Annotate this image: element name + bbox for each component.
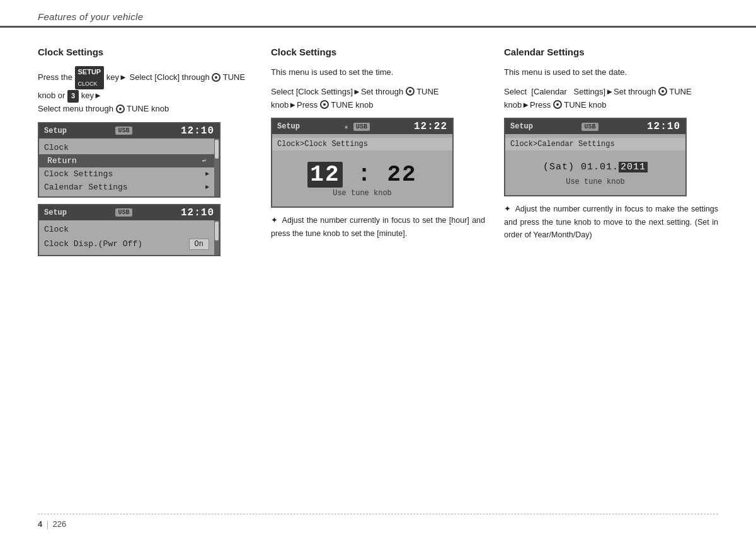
date-year: 2011 [619,162,648,172]
footer-section: 4 [38,519,42,529]
big-time-sep: : [357,162,372,188]
col2-note: ✦ Adjust the number currently in focus t… [271,214,485,240]
screen-1a-body: Clock Return ↩ Clock Settings ► Calendar… [39,138,219,196]
screen-2-body: Clock>Clock Settings 12 : 22 Use tune kn… [272,134,452,206]
footer-section-page: 4 226 [38,519,66,529]
big-time-min: 22 [387,162,416,188]
tune-knob-icon-5 [658,87,667,96]
screen-3: Setup USB 12:10 Clock>Calendar Settings … [504,118,687,196]
col1-para: Press the SETUPCLOCK key► Select [Clock]… [38,66,252,116]
screen-3-title: Setup [510,122,533,131]
screen-1b-header: Setup USB 12:10 [39,205,219,220]
screen-row-clock: Clock [44,141,209,154]
screen-2-title: Setup [277,122,300,131]
tune-knob-icon-4 [320,100,329,109]
screen-2-header: Setup ★ USB 12:22 [272,119,452,134]
col2-title: Clock Settings [271,47,485,57]
tune-knob-icon-6 [553,100,562,109]
screen-2-time-display: 12 : 22 [277,155,447,189]
arrow-icon-2: ► [205,184,209,191]
col3-intro: This menu is used to set the date. [504,66,718,79]
screen-1b-usb: USB [115,208,132,217]
screen-3-header: Setup USB 12:10 [505,119,685,134]
screen-1b-row-disp: Clock Disp.(Pwr Off) On [44,236,209,252]
col1-title: Clock Settings [38,47,252,57]
col2-intro: This menu is used to set the time. [271,66,485,79]
back-arrow-icon: ↩ [202,157,206,164]
column-3: Calendar Settings This menu is used to s… [504,47,718,263]
main-content: Clock Settings Press the SETUPCLOCK key►… [0,47,756,263]
col3-title: Calendar Settings [504,47,718,57]
col2-instruction: Select [Clock Settings]►Set through TUNE… [271,86,485,112]
col3-note: ✦ Adjust the number currently in focus t… [504,203,718,241]
screen-2-icon: ★ [344,122,348,132]
screen-1b-scrollbar [214,220,219,255]
date-text: (Sat) 01.01. [543,162,619,172]
screen-2-usb: USB [353,123,370,131]
screen-2: Setup ★ USB 12:22 Clock>Clock Settings 1… [271,118,454,208]
screen-row-calendar-settings: Calendar Settings ► [44,181,209,194]
screen-1b-rows: Clock Clock Disp.(Pwr Off) On [39,220,214,255]
screen-1a-content: Clock Return ↩ Clock Settings ► Calendar… [39,138,214,196]
tune-knob-icon-3 [406,87,415,96]
page-title: Features of your vehicle [38,11,143,22]
screen-1a-title: Setup [44,127,67,135]
scroll-thumb-1a [215,140,219,159]
screen-3-body: Clock>Calendar Settings (Sat) 01.01.2011… [505,134,685,195]
col3-instruction: Select [Calendar Settings]►Set through T… [504,86,718,112]
screen-1b: Setup USB 12:10 Clock Clock Disp.(Pwr Of… [38,204,220,256]
setup-badge: SETUPCLOCK [75,66,105,89]
screen-1a-header: Setup USB 12:10 [39,123,219,138]
screen-3-breadcrumb: Clock>Calendar Settings [505,138,685,150]
page-footer: 4 226 [38,514,718,529]
screen-3-usb: USB [581,123,598,131]
screen-2-time: 12:22 [414,121,447,132]
column-1: Clock Settings Press the SETUPCLOCK key►… [38,47,271,263]
tune-knob-icon-2 [116,104,125,113]
screen-1b-content: Clock Clock Disp.(Pwr Off) On [39,220,214,255]
screen-1b-row-clock: Clock [44,223,209,236]
screen-2-breadcrumb: Clock>Clock Settings [272,138,452,150]
screen-1a-time: 12:10 [181,125,214,137]
footer-divider [47,521,48,529]
screen-3-time: 12:10 [647,121,680,132]
page-header: Features of your vehicle [0,0,756,28]
screen-1b-title: Setup [44,208,67,217]
footer-page-num: 226 [52,519,66,529]
screen-1a-usb: USB [115,127,132,135]
screen-2-caption: Use tune knob [277,189,447,203]
scroll-thumb-1b [215,222,219,240]
column-2: Clock Settings This menu is used to set … [271,47,504,263]
tune-knob-icon-1 [212,73,220,82]
screen-1b-time: 12:10 [181,207,214,218]
on-badge: On [189,239,209,250]
screen-row-return: Return ↩ [39,154,214,167]
screen-3-caption: Use tune knob [510,178,680,191]
screen-row-clock-settings: Clock Settings ► [44,167,209,181]
arrow-icon-1: ► [205,171,209,178]
key3-badge: 3 [67,90,79,103]
screen-3-date-display: (Sat) 01.01.2011 [510,155,680,174]
screen-1a-rows: Clock Return ↩ Clock Settings ► Calendar… [39,138,214,196]
screen-1a: Setup USB 12:10 Clock Return ↩ [38,122,220,198]
screen-1a-scrollbar [214,138,219,196]
screen-1b-body: Clock Clock Disp.(Pwr Off) On [39,220,219,255]
big-time-hour: 12 [307,162,342,188]
